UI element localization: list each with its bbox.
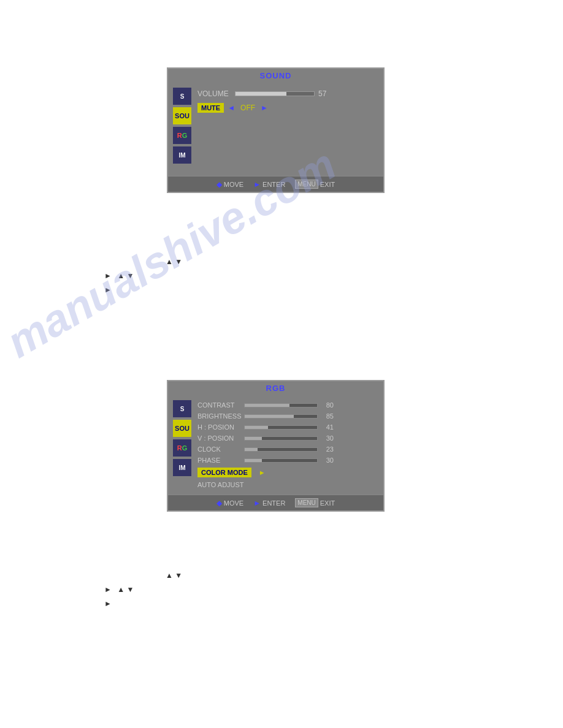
instruction-block-1: ▲ ▼ ► ▲ ▼ ► bbox=[104, 256, 182, 297]
sidebar-btn-im[interactable]: IM bbox=[173, 146, 191, 164]
mute-value: OFF bbox=[239, 104, 257, 112]
vposion-value: 30 bbox=[321, 434, 334, 442]
auto-adjust-label: AUTO ADJUST bbox=[197, 481, 244, 488]
sound-bottom-bar: ◆ MOVE ► ENTER MENU EXIT bbox=[168, 176, 383, 192]
sidebar-btn-sou[interactable]: SOU bbox=[173, 107, 191, 124]
rgb-panel: RGB S SOU RG IM CONTRAST bbox=[167, 380, 385, 512]
enter-label: ENTER bbox=[262, 181, 285, 188]
rgb-sidebar-btn-rg[interactable]: RG bbox=[173, 439, 191, 457]
hposion-value: 41 bbox=[321, 423, 334, 431]
sound-panel: SOUND S SOU RG IM VOLUME bbox=[167, 67, 385, 193]
brightness-value: 85 bbox=[321, 412, 334, 420]
rgb-enter-item: ► ENTER bbox=[253, 499, 285, 507]
mute-arrow-left[interactable]: ◄ bbox=[228, 104, 235, 112]
sidebar-s-label: S bbox=[180, 93, 185, 100]
hposion-fill bbox=[245, 426, 268, 429]
clock-fill bbox=[245, 448, 258, 451]
phase-fill bbox=[245, 459, 262, 462]
sidebar-im-label: IM bbox=[178, 152, 185, 159]
exit-item: MENU EXIT bbox=[295, 180, 335, 189]
rgb-enter-label: ENTER bbox=[262, 499, 285, 507]
mute-arrow-right[interactable]: ► bbox=[261, 104, 268, 112]
rgb-main: CONTRAST 80 BRIGHTNESS 85 H : POSION bbox=[197, 400, 378, 490]
hposion-row: H : POSION 41 bbox=[197, 422, 378, 432]
rgb-title: RGB bbox=[168, 381, 383, 395]
vposion-slider[interactable] bbox=[244, 436, 318, 441]
volume-slider[interactable] bbox=[235, 91, 315, 96]
rgb-enter-arrow-icon: ► bbox=[253, 499, 261, 507]
right-arrow-4: ► bbox=[104, 599, 112, 608]
clock-row: CLOCK 23 bbox=[197, 444, 378, 454]
sidebar-btn-rg[interactable]: RG bbox=[173, 127, 191, 144]
contrast-fill bbox=[245, 404, 289, 407]
volume-row: VOLUME 57 bbox=[197, 88, 378, 100]
hposion-label: H : POSION bbox=[197, 423, 240, 431]
volume-fill bbox=[236, 92, 286, 96]
rgb-sidebar-s-label: S bbox=[180, 406, 185, 412]
move-label: MOVE bbox=[224, 181, 243, 188]
auto-adjust-row: AUTO ADJUST bbox=[197, 480, 378, 490]
vposion-label: V : POSION bbox=[197, 434, 240, 442]
phase-value: 30 bbox=[321, 457, 334, 464]
phase-row: PHASE 30 bbox=[197, 455, 378, 465]
up-down-arrows-2: ▲ ▼ bbox=[166, 571, 182, 580]
instr1-line1: ▲ ▼ bbox=[166, 256, 182, 268]
instr1-updown-2: ▲ ▼ bbox=[117, 271, 134, 280]
rgb-move-item: ◆ MOVE bbox=[216, 499, 243, 507]
instr2-line3: ► bbox=[104, 598, 182, 610]
rgb-sidebar: S SOU RG IM bbox=[173, 400, 193, 490]
vposion-fill bbox=[245, 437, 262, 440]
enter-arrow-icon: ► bbox=[253, 180, 261, 189]
exit-label: EXIT bbox=[320, 181, 335, 188]
phase-slider[interactable] bbox=[244, 458, 318, 463]
sound-sidebar: S SOU RG IM bbox=[173, 88, 193, 171]
rgb-menu-box: MENU bbox=[295, 498, 318, 507]
move-diamond-icon: ◆ bbox=[216, 180, 222, 189]
rgb-sidebar-im-label: IM bbox=[178, 464, 185, 471]
up-down-arrows-1: ▲ ▼ bbox=[166, 257, 182, 266]
brightness-row: BRIGHTNESS 85 bbox=[197, 411, 378, 421]
right-arrow-3: ► bbox=[104, 585, 112, 594]
clock-value: 23 bbox=[321, 446, 334, 453]
mute-row: MUTE ◄ OFF ► bbox=[197, 101, 378, 115]
move-item: ◆ MOVE bbox=[216, 180, 243, 189]
rgb-move-diamond-icon: ◆ bbox=[216, 499, 222, 507]
instr1-line3: ► bbox=[104, 284, 182, 296]
brightness-slider[interactable] bbox=[244, 414, 318, 419]
mute-button[interactable]: MUTE bbox=[197, 103, 224, 113]
sidebar-sou-label: SOU bbox=[175, 112, 190, 119]
right-arrow-1: ► bbox=[104, 271, 112, 280]
contrast-slider[interactable] bbox=[244, 403, 318, 408]
rgb-sidebar-btn-s[interactable]: S bbox=[173, 400, 191, 417]
rgb-sidebar-btn-im[interactable]: IM bbox=[173, 459, 191, 476]
rgb-exit-item: MENU EXIT bbox=[295, 498, 335, 507]
enter-item: ► ENTER bbox=[253, 180, 285, 189]
sound-empty-space bbox=[197, 116, 378, 171]
clock-slider[interactable] bbox=[244, 447, 318, 452]
instr2-line2: ► ▲ ▼ bbox=[104, 584, 182, 596]
volume-label: VOLUME bbox=[197, 89, 231, 98]
rgb-bottom-bar: ◆ MOVE ► ENTER MENU EXIT bbox=[168, 495, 383, 510]
sidebar-btn-s[interactable]: S bbox=[173, 88, 191, 105]
phase-label: PHASE bbox=[197, 457, 240, 464]
rgb-move-label: MOVE bbox=[224, 499, 243, 507]
color-mode-row: COLOR MODE ► bbox=[197, 466, 378, 479]
color-mode-arrow[interactable]: ► bbox=[259, 469, 266, 476]
instruction-block-2: ▲ ▼ ► ▲ ▼ ► bbox=[104, 570, 182, 610]
brightness-fill bbox=[245, 415, 294, 418]
instr2-updown-2: ▲ ▼ bbox=[117, 585, 134, 594]
rgb-sidebar-rg-label: RG bbox=[177, 444, 188, 452]
clock-label: CLOCK bbox=[197, 446, 240, 453]
contrast-value: 80 bbox=[321, 401, 334, 409]
rgb-sidebar-sou-label: SOU bbox=[175, 425, 190, 432]
hposion-slider[interactable] bbox=[244, 425, 318, 430]
sidebar-rg-label: RG bbox=[177, 132, 188, 139]
rgb-sidebar-btn-sou[interactable]: SOU bbox=[173, 420, 191, 437]
color-mode-button[interactable]: COLOR MODE bbox=[197, 468, 251, 477]
instr1-line2: ► ▲ ▼ bbox=[104, 270, 182, 282]
instr2-line1: ▲ ▼ bbox=[166, 570, 182, 582]
brightness-label: BRIGHTNESS bbox=[197, 412, 240, 420]
contrast-row: CONTRAST 80 bbox=[197, 400, 378, 410]
menu-box: MENU bbox=[295, 180, 318, 189]
contrast-label: CONTRAST bbox=[197, 401, 240, 409]
